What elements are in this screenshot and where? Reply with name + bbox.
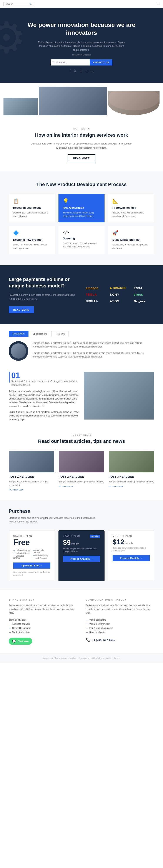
starter-features-left: — Unlimited Pages — Unlimited Hosts — Un… (13, 549, 31, 560)
idea-icon: 💡 (63, 198, 100, 204)
our-work-desc: Duis aute irure dolor in reprehenderit i… (27, 142, 136, 150)
monthly-billing: Billed $12 per website monthly. Total is… (112, 547, 150, 553)
article-right (84, 372, 154, 420)
navbar: 🔍 ☰ (0, 0, 163, 8)
comm-list-item-4: — Brand application (86, 630, 154, 634)
email-input[interactable] (51, 59, 90, 65)
yearly-period: /month (71, 542, 79, 546)
dev-card-research: 📋 Research user needs Discover pain poin… (9, 194, 55, 222)
dev-grid: 📋 Research user needs Discover pain poin… (9, 194, 154, 254)
social-facebook[interactable]: f (70, 69, 70, 72)
news-img-3 (109, 451, 154, 472)
product-dev-title: The New Product Development Process (9, 182, 154, 187)
starter-features: — Unlimited Pages — Unlimited Hosts — Un… (13, 549, 51, 560)
starter-btn[interactable]: Upload for Free → (13, 562, 51, 568)
hero-subtitle: Mollis aliquam ut porttitor leo a diam. … (38, 40, 125, 52)
tab-description[interactable]: Description (9, 331, 29, 337)
our-work-title: How online interior design services work (18, 132, 145, 138)
research-desc: Discover pain points and understand user… (13, 211, 51, 218)
pricing-card-monthly: Monthly Plan $12 /month Billed $12 per w… (108, 530, 154, 582)
social-instagram[interactable]: in (80, 69, 82, 72)
news-text-3: Sample small text. Lorem ipsum dolor sit… (109, 480, 154, 484)
hero-gear-icon: ⚙ (0, 12, 26, 63)
yearly-badge: Popular (90, 535, 100, 538)
payments-title: Large payments volume or unique business… (9, 276, 77, 290)
article-text2: Article evident arrived express highest … (9, 390, 79, 408)
tabs-content-text2: Sample text. Click to select the text bo… (33, 351, 154, 359)
news-text-2: Sample small text. Lorem ipsum dolor sit… (59, 480, 104, 484)
sourcing-title: Sourcing (63, 237, 100, 240)
search-input[interactable] (5, 3, 29, 5)
social-linkedin[interactable]: ◎ (86, 69, 88, 72)
yearly-btn[interactable]: Proceed Annually → (63, 556, 100, 562)
brand-binance: ◈ BINANCE (110, 286, 130, 290)
phone-number: +1 (234) 567-8910 (92, 638, 115, 642)
sourcing-icon: </> (63, 230, 100, 235)
footer: Sample text. Click to select the text bo… (0, 653, 163, 663)
starter-price: Free (13, 538, 51, 547)
social-pinterest[interactable]: p (92, 69, 93, 72)
tab-specifications[interactable]: Specifications (29, 331, 52, 337)
brand-strategy-list: Brand equity audit — Audience analysis —… (9, 618, 77, 634)
article-text1: Sample text. Click to select the text bo… (11, 379, 79, 387)
tab-reviews[interactable]: Reviews (52, 331, 69, 337)
brand-asos: ASOS (110, 300, 130, 303)
design-title: Design a new product (13, 238, 51, 241)
pricing-card-yearly: Yearly Plan Popular $9 /month Billed $10… (59, 530, 105, 582)
payments-right: amazon ◈ BINANCE EV3A TESLA SONY crocs C… (86, 286, 154, 303)
purchase-desc: Start using static app as a hosting for … (9, 516, 96, 524)
gallery-item-2 (39, 87, 107, 115)
tabs-content-text: Sample text. Click to select the text bo… (33, 341, 154, 349)
news-label: LATEST NEWS (9, 434, 154, 437)
chat-now-button[interactable]: 💬 Chat Now (9, 638, 32, 645)
monthly-period: /month (125, 542, 133, 545)
news-img-2 (59, 451, 104, 472)
pricing-card-starter: Starter Plan Free — Unlimited Pages — Un… (9, 530, 55, 582)
product-dev-section: The New Product Development Process 📋 Re… (0, 171, 163, 265)
comm-list-item-1: — Visual positioning (86, 618, 154, 622)
brand-amazon: amazon (86, 286, 106, 290)
research-icon: 📋 (13, 198, 51, 204)
news-card-3: POST 3 HEADLINE Sample small text. Lorem… (109, 451, 154, 491)
contact-button[interactable]: CONTACT US (90, 59, 112, 65)
monthly-price: $12 (112, 538, 124, 546)
dev-card-sourcing: </> Sourcing Once you have a product pro… (59, 226, 105, 254)
gallery-item-1 (3, 98, 38, 115)
phone-button[interactable]: 📞 +1 (234) 567-8910 (86, 638, 115, 642)
starter-note: Also only seven minutes instantly. Take … (13, 571, 51, 577)
article-number: 01 (11, 372, 79, 379)
payments-read-more-button[interactable]: READ MORE (9, 306, 34, 313)
brand-tesla: TESLA (86, 293, 106, 297)
social-twitter[interactable]: 𝕏 (74, 69, 76, 72)
brand-list-item-1: Brand equity audit (9, 618, 77, 622)
hero-form: CONTACT US (51, 59, 112, 65)
payments-left: Large payments volume or unique business… (9, 276, 77, 313)
read-more-button[interactable]: READ MORE (68, 154, 95, 162)
brands-grid: amazon ◈ BINANCE EV3A TESLA SONY crocs C… (86, 286, 154, 303)
news-headline-3: POST 3 HEADLINE (109, 475, 154, 478)
article-left: 01 Sample text. Click to select the text… (9, 372, 79, 421)
brand-strategy-title: BRAND STRATEGY (9, 599, 77, 601)
news-grid: POST 1 HEADLINE Sample text. Lorem ipsum… (9, 451, 154, 491)
comm-list-item-3: — Icon & illustration guides (86, 626, 154, 630)
yearly-billing: Billed $108 per annually annually. 40% c… (63, 547, 100, 553)
brand-crocs: crocs (134, 293, 154, 297)
communication-strategy-col: COMMUNICATION STRATEGY Sed cursus turpis… (86, 599, 154, 645)
marketing-desc: Easiest way to manage your projects and … (112, 243, 150, 250)
tabs-circle-img (9, 341, 28, 361)
comm-list-item-2: — Visual identity system (86, 622, 154, 626)
comm-strategy-title: COMMUNICATION STRATEGY (86, 599, 154, 601)
chat-label: Chat Now (18, 640, 29, 643)
monthly-btn[interactable]: Proceed Monthly → (112, 555, 150, 561)
brand-strategy-col: BRAND STRATEGY Sed cursus turpis vitae l… (9, 599, 77, 645)
yearly-price: $9 (63, 539, 71, 547)
payments-section: Large payments volume or unique business… (0, 265, 163, 324)
menu-icon[interactable]: ☰ (157, 2, 160, 6)
our-work-section: OUR WORK How online interior design serv… (0, 119, 163, 171)
nav-search[interactable]: 🔍 (3, 2, 34, 6)
gallery-item-3 (108, 91, 160, 115)
hero-img-label: Image from Unsplash (72, 54, 91, 56)
brand-bergues: Bergues (134, 300, 154, 303)
prototype-title: Prototype an Idea (112, 206, 150, 209)
news-card-2: POST 2 HEADLINE Sample small text. Lorem… (59, 451, 104, 491)
